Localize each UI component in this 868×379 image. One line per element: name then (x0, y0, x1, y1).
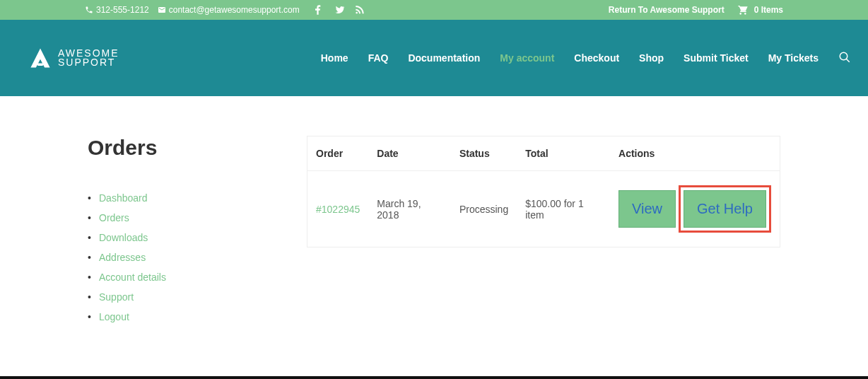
email-address: contact@getawesomesupport.com (169, 5, 300, 15)
sidebar-item-orders: Orders (88, 208, 307, 228)
rss-icon[interactable] (355, 4, 366, 16)
account-nav: Dashboard Orders Downloads Addresses Acc… (88, 188, 307, 327)
phone-icon (85, 6, 93, 14)
view-button[interactable]: View (618, 190, 676, 228)
site-footer: Copyright (c) Awesome Support. All Right… (0, 376, 868, 379)
logo-line2: SUPPORT (58, 58, 119, 67)
nav-checkout[interactable]: Checkout (574, 52, 619, 64)
nav-faq[interactable]: FAQ (368, 52, 389, 64)
phone-number: 312-555-1212 (96, 5, 149, 15)
cart-link[interactable]: 0 Items (737, 4, 783, 16)
sidebar-item-addresses: Addresses (88, 247, 307, 267)
nav-submit-ticket[interactable]: Submit Ticket (684, 52, 749, 64)
col-order: Order (307, 136, 369, 171)
get-help-button[interactable]: Get Help (684, 190, 766, 228)
cart-count: 0 Items (754, 5, 783, 15)
order-date: March 19, 2018 (368, 171, 451, 247)
sidebar-item-dashboard: Dashboard (88, 188, 307, 208)
col-date: Date (368, 136, 451, 171)
phone-contact[interactable]: 312-555-1212 (85, 5, 149, 15)
order-number-link[interactable]: #1022945 (316, 204, 360, 215)
cart-icon (737, 4, 749, 16)
twitter-icon[interactable] (334, 4, 345, 16)
email-contact[interactable]: contact@getawesomesupport.com (158, 5, 300, 15)
return-link[interactable]: Return To Awesome Support (609, 5, 725, 15)
highlight-annotation: Get Help (679, 185, 771, 233)
orders-table: Order Date Status Total Actions #1022945… (307, 136, 780, 247)
sidebar-item-account-details: Account details (88, 267, 307, 287)
col-status: Status (451, 136, 517, 171)
page-title: Orders (88, 136, 307, 160)
nav-shop[interactable]: Shop (639, 52, 664, 64)
svg-point-0 (840, 52, 848, 60)
nav-documentation[interactable]: Documentation (408, 52, 480, 64)
col-total: Total (517, 136, 610, 171)
main-header: AWESOME SUPPORT Home FAQ Documentation M… (0, 20, 868, 96)
order-total: $100.00 for 1 item (517, 171, 610, 247)
facebook-icon[interactable] (312, 4, 324, 16)
nav-my-tickets[interactable]: My Tickets (768, 52, 819, 64)
nav-home[interactable]: Home (321, 52, 348, 64)
site-logo[interactable]: AWESOME SUPPORT (28, 46, 119, 70)
svg-line-1 (846, 59, 850, 62)
col-actions: Actions (610, 136, 780, 171)
main-nav: Home FAQ Documentation My account Checko… (321, 51, 851, 66)
sidebar-item-support: Support (88, 287, 307, 307)
top-bar: 312-555-1212 contact@getawesomesupport.c… (0, 0, 868, 20)
nav-my-account[interactable]: My account (500, 52, 554, 64)
email-icon (158, 6, 166, 14)
sidebar-item-downloads: Downloads (88, 228, 307, 247)
table-row: #1022945 March 19, 2018 Processing $100.… (307, 171, 780, 247)
order-status: Processing (451, 171, 517, 247)
sidebar-item-logout: Logout (88, 307, 307, 327)
search-icon[interactable] (838, 51, 851, 66)
